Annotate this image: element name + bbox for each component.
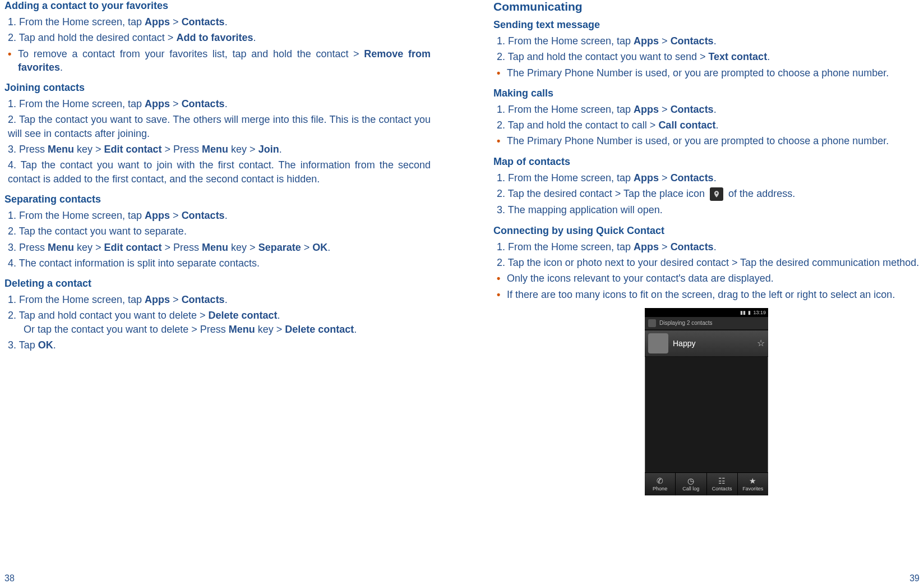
heading-add-favorites: Adding a contact to your favorites [4,0,431,12]
heading-separating: Separating contacts [4,194,431,205]
phone-screenshot: ▮▮ ▮ 13:19 Displaying 2 contacts Happy ☆… [493,308,920,493]
call-bullet-1: • The Primary Phone Number is used, or y… [497,134,920,148]
step-number: 2. [497,188,508,199]
step-number: 3. [8,339,19,351]
join-step-1: 1. From the Home screen, tap Apps > Cont… [8,97,431,111]
step-number: 2. [497,51,508,62]
heading-deleting: Deleting a contact [4,278,431,290]
map-step-1: 1. From the Home screen, tap Apps > Cont… [497,171,920,185]
step-number: 2. [8,226,19,237]
join-step-4: 4. Tap the contact you want to join with… [8,158,431,186]
call-step-2: 2. Tap and hold the contact to call > Ca… [497,118,920,132]
qc-step-2: 2. Tap the icon or photo next to your de… [497,256,920,269]
contacts-icon [648,319,656,327]
bullet-dot-icon: • [497,288,507,301]
heading-communicating: Communicating [493,0,920,13]
heading-joining: Joining contacts [4,82,431,94]
txt-step-2: 2. Tap and hold the contact you want to … [497,50,920,63]
tab-contacts: ☷Contacts [707,473,738,495]
map-step-3: 3. The mapping application will open. [497,203,920,217]
phone-body-area [645,357,768,472]
sep-step-2: 2. Tap the contact you want to separate. [8,224,431,238]
join-step-2: 2. Tap the contact you want to save. The… [8,113,431,140]
step-number: 2. [497,257,508,268]
step-number: 3. [8,144,19,155]
sep-step-4: 4. The contact information is split into… [8,256,431,270]
phone-sub-bar: Displaying 2 contacts [645,317,768,330]
bullet-dot-icon: • [8,47,18,75]
page-number-left: 38 [4,573,15,584]
txt-bullet-1: • The Primary Phone Number is used, or y… [497,66,920,80]
bullet-dot-icon: • [497,272,507,285]
heading-quick-contact: Connecting by using Quick Contact [493,225,920,237]
page-right: Communicating Sending text message 1. Fr… [462,0,924,588]
step-number: 4. [8,258,19,269]
clock-icon: ◷ [687,477,694,485]
sep-step-3: 3. Press Menu key > Edit contact > Press… [8,241,431,254]
star-icon: ☆ [757,338,765,348]
join-step-3: 3. Press Menu key > Edit contact > Press… [8,143,431,156]
heading-map-contacts: Map of contacts [493,156,920,168]
step-number: 1. [497,241,508,252]
phone-status-bar: ▮▮ ▮ 13:19 [645,308,768,317]
heading-sending-text: Sending text message [493,19,920,31]
battery-icon: ▮ [748,310,751,315]
phone-contact-row: Happy ☆ [645,330,768,357]
del-step-2: 2. Tap and hold contact you want to dele… [8,309,431,336]
step-number: 1. [497,172,508,183]
phone-frame: ▮▮ ▮ 13:19 Displaying 2 contacts Happy ☆… [645,308,768,493]
phone-bottom-tabs: ✆Phone ◷Call log ☷Contacts ★Favorites [645,472,768,495]
map-step-2: 2. Tap the desired contact > Tap the pla… [497,187,920,201]
heading-making-calls: Making calls [493,88,920,99]
fav-step-1: 1. From the Home screen, tap Apps > Cont… [8,15,431,29]
step-number: 2. [8,32,19,43]
del-step-1: 1. From the Home screen, tap Apps > Cont… [8,293,431,306]
tab-call-log: ◷Call log [676,473,706,495]
tab-phone: ✆Phone [645,473,676,495]
fav-bullet-1: • To remove a contact from your favorite… [8,47,431,75]
contact-name: Happy [673,339,757,348]
page-left: Adding a contact to your favorites 1. Fr… [0,0,462,588]
bullet-dot-icon: • [497,66,507,80]
sep-step-1: 1. From the Home screen, tap Apps > Cont… [8,209,431,222]
step-number: 2. [497,120,508,131]
step-number: 3. [8,242,19,253]
avatar-icon [648,333,668,353]
step-number: 2. [8,114,19,125]
qc-step-1: 1. From the Home screen, tap Apps > Cont… [497,240,920,254]
txt-step-1: 1. From the Home screen, tap Apps > Cont… [497,34,920,48]
qc-bullet-1: • Only the icons relevant to your contac… [497,272,920,285]
call-step-1: 1. From the Home screen, tap Apps > Cont… [497,103,920,116]
del-step-3: 3. Tap OK. [8,338,431,352]
step-number: 2. [8,310,19,321]
two-page-spread: Adding a contact to your favorites 1. Fr… [0,0,924,588]
page-number-right: 39 [909,573,920,584]
phone-icon: ✆ [657,477,663,485]
tab-favorites: ★Favorites [738,473,768,495]
step-number: 1. [8,16,19,27]
step-number: 1. [497,35,508,47]
qc-bullet-2: • If there are too many icons to fit on … [497,288,920,301]
star-icon: ★ [749,477,756,485]
contacts-icon: ☷ [718,477,726,485]
place-pin-icon [710,187,723,201]
fav-step-2: 2. Tap and hold the desired contact > Ad… [8,31,431,44]
signal-icon: ▮▮ [740,310,746,315]
bullet-dot-icon: • [497,134,507,148]
step-number: 3. [497,204,508,215]
step-number: 1. [8,294,19,305]
step-number: 4. [8,159,21,171]
step-number: 1. [497,104,508,115]
step-number: 1. [8,98,19,109]
displaying-text: Displaying 2 contacts [659,320,713,326]
step-number: 1. [8,210,19,221]
status-time: 13:19 [753,310,766,315]
